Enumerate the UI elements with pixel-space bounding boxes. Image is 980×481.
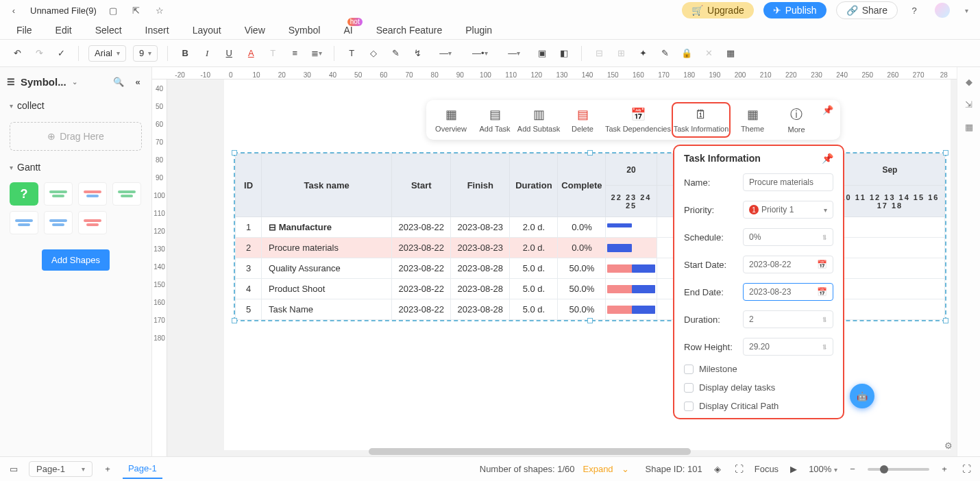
gt-dependencies[interactable]: 📅Task Dependencies [604,102,672,138]
zoom-slider[interactable] [868,468,929,471]
collapse-panel-icon[interactable]: « [131,75,145,88]
layers-icon[interactable]: ◈ [711,463,724,476]
canvas[interactable]: -20-100102030405060708090100110120130140… [152,67,957,456]
star-icon[interactable]: ☆ [153,3,167,17]
gantt-shape-5[interactable] [44,211,73,234]
chat-assistant-icon[interactable]: 🤖 [850,384,874,408]
in-schedule[interactable]: 0%⥮ [743,228,833,246]
redo-icon[interactable]: ↷ [32,46,47,61]
page-select[interactable]: Page-1▾ [29,461,93,477]
font-select[interactable]: Arial▾ [88,45,126,62]
wrench-icon[interactable]: ✕ [701,46,716,61]
zoom-level[interactable]: 100% ▾ [809,464,837,474]
text-color-icon[interactable]: A [243,46,258,61]
arrow-end-icon[interactable]: — ▾ [500,46,528,61]
fill-icon[interactable]: ◇ [366,46,381,61]
grid-panel-icon[interactable]: ▦ [965,122,973,132]
menu-symbol[interactable]: Symbol [289,25,321,36]
gantt-shape-6[interactable] [78,211,107,234]
gt-add-subtask[interactable]: ▥Add Subtask [517,102,561,138]
category-gantt[interactable]: ▾Gantt [0,158,151,177]
menu-search-feature[interactable]: Search Feature [376,25,443,36]
font-size-select[interactable]: 9▾ [133,45,158,62]
in-start[interactable]: 2023-08-22📅 [743,256,833,273]
underline-icon[interactable]: U [221,46,236,61]
menu-insert[interactable]: Insert [145,25,169,36]
gantt-shape-1[interactable] [44,182,73,206]
publish-button[interactable]: ✈ Publish [763,2,826,18]
save-icon[interactable]: ▢ [106,3,120,17]
col-duration[interactable]: Duration [510,154,558,217]
back-icon[interactable]: ‹ [7,3,21,17]
in-rowh[interactable]: 29.20⥮ [743,338,833,356]
line-style-icon[interactable]: — ▾ [432,46,459,61]
export-icon[interactable]: ⇱ [130,3,143,17]
upgrade-button[interactable]: 🛒 Upgrade [682,2,754,18]
fill-tool-icon[interactable]: ◆ [966,77,972,87]
chk-milestone[interactable]: Milestone [684,364,833,374]
category-collect[interactable]: ▾collect [0,96,151,115]
line-color-icon[interactable]: ✎ [388,46,403,61]
menu-file[interactable]: File [16,25,32,36]
menu-select[interactable]: Select [95,25,122,36]
menu-plugin[interactable]: Plugin [465,25,492,36]
col-complete[interactable]: Complete [558,154,606,217]
gt-overview[interactable]: ▦Overview [429,102,473,138]
expand-link[interactable]: Expand [583,464,613,474]
beautify-icon[interactable]: ✦ [635,46,650,61]
chk-delay[interactable]: Display delay tasks [684,382,833,393]
fullscreen-icon[interactable]: ⛶ [959,463,973,476]
align-left-icon[interactable]: ⊟ [591,46,607,61]
library-menu-icon[interactable]: ⌄ [72,78,77,86]
col-start[interactable]: Start [392,154,451,217]
menu-edit[interactable]: Edit [56,25,72,36]
gantt-shape-4[interactable] [10,211,38,234]
page-tab[interactable]: Page-1 [123,459,162,479]
help-icon[interactable]: ? [907,3,921,17]
in-name[interactable]: Procure materials [743,173,833,191]
chk-critical[interactable]: Display Critical Path [684,401,833,411]
expand-chevron-icon[interactable]: ⌄ [622,464,629,474]
arrow-start-icon[interactable]: —• ▾ [466,46,493,61]
lock-icon[interactable]: 🔒 [679,46,694,61]
play-icon[interactable]: ▶ [787,463,800,476]
undo-icon[interactable]: ↶ [10,46,25,61]
italic-icon[interactable]: I [199,46,215,61]
page-setup-icon[interactable]: ▦ [723,46,738,61]
focus-icon[interactable]: ⛶ [733,463,746,476]
user-menu-caret-icon[interactable]: ▾ [959,3,973,17]
search-icon[interactable]: 🔍 [112,75,125,88]
menu-layout[interactable]: Layout [193,25,221,36]
format-painter-icon[interactable]: ✓ [53,46,69,61]
in-priority[interactable]: 1Priority 1▾ [743,201,833,219]
avatar[interactable] [935,3,950,18]
horizontal-scrollbar[interactable] [369,448,691,455]
container-icon[interactable]: ◧ [556,46,572,61]
col-finish[interactable]: Finish [451,154,510,217]
gt-add-task[interactable]: ▤Add Task [473,102,517,138]
edit-icon[interactable]: ✎ [657,46,672,61]
bold-icon[interactable]: B [177,46,193,61]
text-tool-icon[interactable]: T [344,46,359,61]
menu-view[interactable]: View [245,25,265,36]
add-page-icon[interactable]: + [101,463,114,476]
help-shape-icon[interactable]: ? [10,182,38,206]
connector-icon[interactable]: ↯ [410,46,425,61]
drop-zone[interactable]: ⊕ Drag Here [10,122,142,151]
insert-image-icon[interactable]: ▣ [535,46,550,61]
gt-task-info[interactable]: 🗓Task Information [672,102,731,138]
gt-delete[interactable]: ▤Delete [561,102,604,138]
gantt-shape-3[interactable] [112,182,141,206]
col-id[interactable]: ID [236,154,262,217]
align-v-icon[interactable]: ≣▾ [309,46,324,61]
menu-ai[interactable]: AIhot [343,25,352,36]
share-button[interactable]: 🔗 Share [836,1,898,19]
group-icon[interactable]: ⊞ [613,46,628,61]
outline-icon[interactable]: ▭ [7,463,21,476]
gantt-shape-2[interactable] [78,182,107,206]
add-shapes-button[interactable]: Add Shapes [42,249,110,271]
zoom-in-icon[interactable]: + [938,463,951,476]
zoom-out-icon[interactable]: − [846,463,859,476]
pin-toolbar-icon[interactable]: 📌 [821,103,835,116]
in-duration[interactable]: 2⥮ [743,310,833,328]
